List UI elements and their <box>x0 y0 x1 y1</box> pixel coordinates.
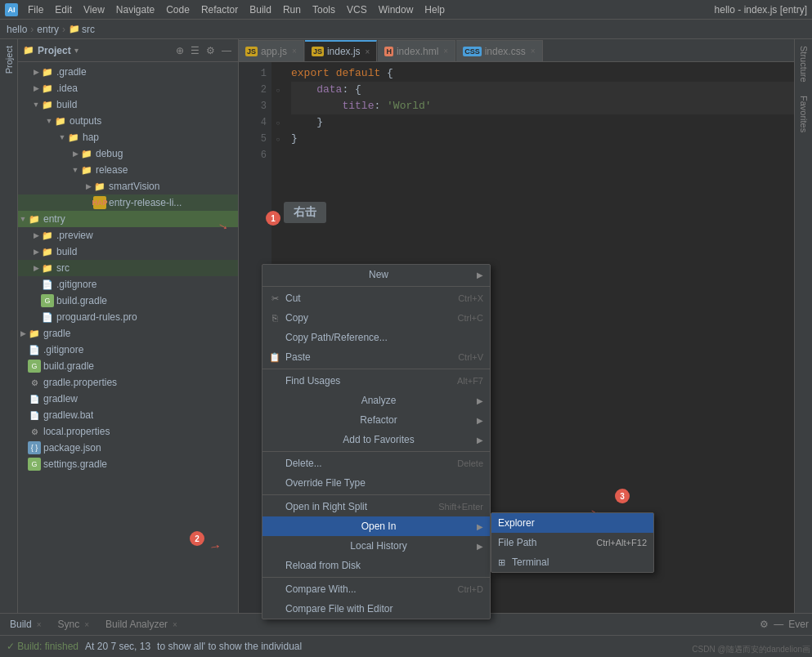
tree-item-local-properties[interactable]: ⚙ local.properties <box>18 423 238 440</box>
submenu-filepath[interactable]: File Path Ctrl+Alt+F12 <box>491 533 653 552</box>
panel-dropdown[interactable]: ▾ <box>74 46 79 55</box>
sidebar-tab-project[interactable]: Project <box>2 39 16 80</box>
tree-item-release[interactable]: ▼ 📁 release <box>18 162 238 178</box>
tree-item-preview[interactable]: ▶ 📁 .preview <box>18 227 238 244</box>
ctx-compare-editor[interactable]: Compare File with Editor <box>262 599 490 619</box>
bottom-tab-sync[interactable]: Sync × <box>52 617 96 632</box>
tree-item-gitignore-root[interactable]: 📄 .gitignore <box>18 342 238 358</box>
folder-icon: 📁 <box>28 327 41 340</box>
ctx-delete[interactable]: Delete... Delete <box>262 454 490 473</box>
tab-indexjs-close[interactable]: × <box>366 47 370 56</box>
tree-item-gradle-root[interactable]: ▶ 📁 gradle <box>18 325 238 342</box>
tree-item-idea[interactable]: ▶ 📁 .idea <box>18 80 238 96</box>
json-file-icon: { } <box>28 441 41 454</box>
bat-file-icon: 📄 <box>28 409 41 422</box>
breadcrumb-entry[interactable]: entry <box>37 24 59 35</box>
sync-tab-close[interactable]: × <box>84 620 89 629</box>
ctx-sep-5 <box>262 577 490 578</box>
folder-icon: 📁 <box>41 229 54 242</box>
ctx-open-in[interactable]: Open In ▶ <box>262 516 490 536</box>
code-line-6 <box>291 147 794 163</box>
ctx-copy[interactable]: ⎘ Copy Ctrl+C <box>262 308 490 328</box>
minimize-icon[interactable]: — <box>220 43 233 58</box>
tab-indexcss[interactable]: CSS index.css × <box>456 40 542 61</box>
tree-item-gradle-properties[interactable]: ⚙ gradle.properties <box>18 374 238 391</box>
ctx-refactor[interactable]: Refactor ▶ <box>262 410 490 430</box>
tab-appjs[interactable]: JS app.js × <box>239 40 304 61</box>
build-tab-close[interactable]: × <box>37 620 42 629</box>
ctx-local-history[interactable]: Local History ▶ <box>262 536 490 556</box>
ctx-reload[interactable]: Reload from Disk <box>262 556 490 575</box>
tree-item-outputs[interactable]: ▼ 📁 outputs <box>18 113 238 129</box>
ctx-override-file-type[interactable]: Override File Type <box>262 473 490 493</box>
annotation-label-rightclick: 右击 <box>284 202 326 223</box>
right-tab-favorites[interactable]: Favorites <box>796 89 811 139</box>
menu-tools[interactable]: Tools <box>307 2 340 17</box>
ctx-analyze[interactable]: Analyze ▶ <box>262 391 490 410</box>
bottom-bar: Build × Sync × Build Analyzer × ⚙ — Ever… <box>0 613 812 657</box>
tree-item-build-entry[interactable]: ▶ 📁 build <box>18 244 238 260</box>
menu-file[interactable]: File <box>23 2 48 17</box>
submenu-explorer[interactable]: Explorer <box>491 513 653 533</box>
tree-item-src[interactable]: ▶ 📁 src <box>18 260 238 276</box>
right-tab-structure[interactable]: Structure <box>796 39 811 89</box>
menu-vcs[interactable]: VCS <box>342 2 372 17</box>
pro-file-icon: 📄 <box>41 311 54 324</box>
ctx-cut[interactable]: ✂ Cut Ctrl+X <box>262 288 490 308</box>
tab-indexhml-close[interactable]: × <box>443 47 448 56</box>
tab-appjs-close[interactable]: × <box>292 47 297 56</box>
breadcrumb-src[interactable]: 📁 src <box>69 24 95 35</box>
tree-item-gradlew-bat[interactable]: 📄 gradlew.bat <box>18 407 238 423</box>
watermark: CSDN @随遇而安的dandelion画 <box>692 644 810 655</box>
gear-icon[interactable]: ⚙ <box>204 43 217 58</box>
tab-indexhml[interactable]: H index.hml × <box>378 40 455 61</box>
bottom-tab-analyzer[interactable]: Build Analyzer × <box>99 617 184 632</box>
annotation-badge-2: 2 <box>190 531 204 546</box>
ctx-paste[interactable]: 📋 Paste Ctrl+V <box>262 347 490 367</box>
bottom-minimize-icon[interactable]: — <box>774 619 783 630</box>
menu-edit[interactable]: Edit <box>50 2 77 17</box>
tab-indexhml-label: index.hml <box>397 46 438 57</box>
bottom-tab-build[interactable]: Build × <box>3 617 48 632</box>
tree-item-smartvision[interactable]: ▶ 📁 smartVision <box>18 178 238 194</box>
app-logo: AI <box>5 3 18 16</box>
analyzer-tab-close[interactable]: × <box>173 620 177 629</box>
menu-code[interactable]: Code <box>161 2 195 17</box>
submenu-arrow-fav: ▶ <box>477 436 483 445</box>
git-file-icon: 📄 <box>28 343 41 356</box>
tree-item-settings-gradle[interactable]: G settings.gradle <box>18 456 238 472</box>
tree-item-gradle[interactable]: ▶ 📁 .gradle <box>18 64 238 80</box>
tree-item-build-root[interactable]: ▼ 📁 build <box>18 96 238 113</box>
tab-indexcss-close[interactable]: × <box>531 47 536 56</box>
tree-item-gitignore-entry[interactable]: 📄 .gitignore <box>18 276 238 293</box>
ctx-find-usages[interactable]: Find Usages Alt+F7 <box>262 371 490 391</box>
ctx-open-right-split[interactable]: Open in Right Split Shift+Enter <box>262 497 490 516</box>
tree-item-hap[interactable]: ▼ 📁 hap <box>18 129 238 145</box>
breadcrumb-hello[interactable]: hello <box>7 24 27 35</box>
properties-file-icon: ⚙ <box>28 376 41 389</box>
menu-build[interactable]: Build <box>244 2 276 17</box>
menu-help[interactable]: Help <box>419 2 450 17</box>
ctx-copy-path[interactable]: Copy Path/Reference... <box>262 328 490 347</box>
menu-run[interactable]: Run <box>278 2 306 17</box>
menu-window[interactable]: Window <box>374 2 419 17</box>
menu-refactor[interactable]: Refactor <box>196 2 243 17</box>
tree-item-proguard[interactable]: 📄 proguard-rules.pro <box>18 309 238 325</box>
collapse-icon[interactable]: ☰ <box>189 43 201 58</box>
tree-item-entry[interactable]: ▼ 📁 entry <box>18 211 238 227</box>
tab-indexjs[interactable]: JS index.js × <box>305 40 378 61</box>
tree-item-entry-release[interactable]: HAP entry-release-li... <box>18 194 238 211</box>
ctx-new[interactable]: New ▶ <box>262 265 490 284</box>
menu-navigate[interactable]: Navigate <box>111 2 159 17</box>
tree-item-buildgradle-root[interactable]: G build.gradle <box>18 358 238 374</box>
ctx-compare-with[interactable]: Compare With... Ctrl+D <box>262 579 490 599</box>
tree-item-package-json[interactable]: { } package.json <box>18 440 238 456</box>
tree-item-debug[interactable]: ▶ 📁 debug <box>18 145 238 162</box>
tree-item-buildgradle-entry[interactable]: G build.gradle <box>18 293 238 309</box>
menu-view[interactable]: View <box>79 2 110 17</box>
ctx-add-favorites[interactable]: Add to Favorites ▶ <box>262 430 490 449</box>
submenu-terminal[interactable]: ⊞ Terminal <box>491 552 653 572</box>
locate-icon[interactable]: ⊕ <box>174 43 186 58</box>
tree-item-gradlew[interactable]: 📄 gradlew <box>18 391 238 407</box>
bottom-gear-icon[interactable]: ⚙ <box>760 619 769 630</box>
